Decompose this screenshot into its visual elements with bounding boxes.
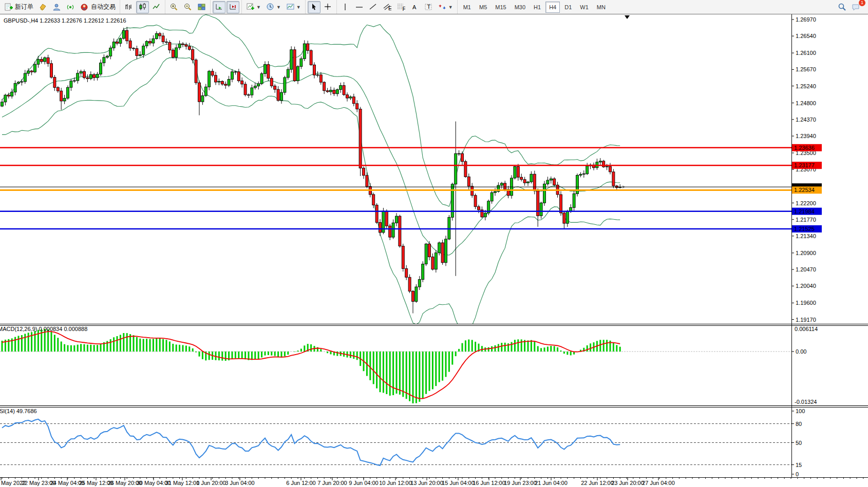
channel-icon: E	[383, 3, 391, 11]
chat-badge: 1	[859, 0, 865, 6]
tiles-icon	[197, 3, 206, 11]
zoom-in-button[interactable]	[167, 1, 180, 13]
svg-text:1.26540: 1.26540	[796, 33, 816, 39]
candlestick-chart-button[interactable]	[136, 1, 149, 13]
svg-text:21 Jun 04:00: 21 Jun 04:00	[535, 480, 568, 486]
svg-text:1.20470: 1.20470	[796, 266, 816, 272]
trendline-button[interactable]	[367, 1, 380, 13]
svg-text:1.26970: 1.26970	[796, 16, 816, 23]
svg-text:7 Jun 20:00: 7 Jun 20:00	[317, 480, 347, 486]
svg-text:10 Jun 12:00: 10 Jun 12:00	[379, 480, 412, 486]
svg-text:A: A	[412, 4, 417, 10]
search-button[interactable]	[836, 1, 848, 13]
svg-text:1.21770: 1.21770	[796, 217, 816, 223]
arrows-icon	[438, 3, 447, 11]
line-chart-button[interactable]	[150, 1, 163, 13]
candles	[1, 27, 621, 313]
fibonacci-button[interactable]: F	[394, 1, 407, 13]
autotrading-button-label: 自动交易	[91, 3, 116, 11]
chart-shift-button[interactable]	[227, 1, 239, 13]
cursor-button[interactable]	[308, 1, 320, 13]
arrows-button[interactable]: ▼	[436, 1, 455, 13]
svg-text:1 Jun 20:00: 1 Jun 20:00	[196, 480, 226, 486]
chart-window[interactable]: GBPUSD-,H4 1.22633 1.22676 1.22612 1.226…	[0, 14, 868, 487]
bar-chart-button[interactable]	[122, 1, 135, 13]
svg-text:1.22200: 1.22200	[796, 200, 816, 206]
chart-shift-marker	[625, 15, 630, 19]
toolbar-group-4: ▼▼▼	[241, 0, 305, 14]
zoom-out-button[interactable]	[181, 1, 194, 13]
timeframe-w1[interactable]: W1	[576, 2, 592, 13]
svg-text:-0.01324: -0.01324	[795, 399, 817, 405]
chat-button[interactable]: 1	[850, 1, 862, 13]
indicators-button[interactable]: ▼	[244, 1, 263, 13]
chevron-down-icon[interactable]: ▼	[296, 5, 301, 10]
text-button[interactable]: A	[408, 1, 421, 13]
new-order-icon	[4, 3, 13, 11]
svg-text:1.21525: 1.21525	[794, 226, 815, 232]
search-icon	[838, 3, 846, 11]
toolbar-group-5	[305, 0, 336, 14]
toolbar-group-2	[165, 0, 210, 14]
periods-button[interactable]: ▼	[264, 1, 283, 13]
svg-text:T: T	[427, 4, 430, 10]
svg-text:50: 50	[796, 440, 802, 446]
chevron-down-icon[interactable]: ▼	[448, 5, 453, 10]
time-axis: May 202222 May 23:0024 May 04:0025 May 1…	[1, 478, 863, 486]
svg-text:15 Jun 04:00: 15 Jun 04:00	[442, 480, 475, 486]
svg-text:1.21340: 1.21340	[796, 233, 816, 239]
zoomin-icon	[169, 3, 178, 11]
svg-text:1.19170: 1.19170	[796, 317, 816, 323]
timeframe-m15[interactable]: M15	[492, 2, 510, 13]
auto-scroll-button[interactable]	[213, 1, 225, 13]
crosshair-button[interactable]	[322, 1, 334, 13]
timeframe-h4[interactable]: H4	[545, 2, 560, 13]
timeframe-mn[interactable]: MN	[593, 2, 609, 13]
chevron-down-icon[interactable]: ▼	[276, 5, 281, 10]
signal-button[interactable]	[64, 1, 77, 13]
timeframe-m1[interactable]: M1	[460, 2, 475, 13]
indicators-icon	[246, 3, 255, 11]
autotrading-button[interactable]: 自动交易	[78, 1, 118, 13]
trend-icon	[369, 3, 378, 11]
candles-icon	[138, 3, 147, 11]
autoscroll-icon	[215, 3, 223, 11]
svg-text:F: F	[402, 6, 405, 12]
timeframe-d1[interactable]: D1	[561, 2, 575, 13]
svg-text:80: 80	[796, 421, 802, 427]
crosshair-icon	[324, 3, 332, 11]
new-order-button-label: 新订单	[15, 3, 33, 11]
toolbar-group-3	[210, 0, 241, 14]
svg-text:0.006114: 0.006114	[795, 326, 818, 332]
macd-axis: 0.0061140.00-0.01324	[791, 326, 818, 405]
new-order-button[interactable]: 新订单	[2, 1, 35, 13]
bars-icon	[124, 3, 133, 11]
macd-signal-line	[2, 332, 620, 399]
chevron-down-icon[interactable]: ▼	[256, 5, 261, 10]
horizontal-line-button[interactable]	[353, 1, 366, 13]
svg-text:22 Jun 12:00: 22 Jun 12:00	[581, 480, 614, 486]
timeframe-m30[interactable]: M30	[511, 2, 529, 13]
svg-text:9 Jun 04:00: 9 Jun 04:00	[349, 480, 379, 486]
rsi-axis: 1008050150	[791, 408, 805, 477]
svg-text:1.23177: 1.23177	[794, 162, 815, 168]
svg-text:1.22534: 1.22534	[794, 187, 815, 193]
templates-button[interactable]: ▼	[284, 1, 303, 13]
svg-text:100: 100	[796, 408, 805, 414]
template-icon	[286, 3, 295, 11]
svg-text:16 Jun 12:00: 16 Jun 12:00	[473, 480, 505, 486]
vertical-line-button[interactable]	[339, 1, 352, 13]
autotrade-icon	[80, 3, 89, 11]
seal-button[interactable]	[36, 1, 49, 13]
text-label-button[interactable]: T	[422, 1, 435, 13]
equidistant-channel-button[interactable]: E	[381, 1, 393, 13]
tile-windows-button[interactable]	[195, 1, 208, 13]
svg-text:31 May 12:00: 31 May 12:00	[165, 480, 200, 486]
textA-icon: A	[410, 3, 419, 11]
chart-canvas[interactable]: 1.269701.265401.261001.256701.252401.248…	[0, 14, 868, 487]
timeframe-m5[interactable]: M5	[476, 2, 490, 13]
timeframe-h1[interactable]: H1	[530, 2, 544, 13]
svg-text:6 Jun 12:00: 6 Jun 12:00	[286, 480, 316, 486]
profile-button[interactable]	[50, 1, 63, 13]
toolbar-group-0: 新订单自动交易	[0, 0, 120, 14]
